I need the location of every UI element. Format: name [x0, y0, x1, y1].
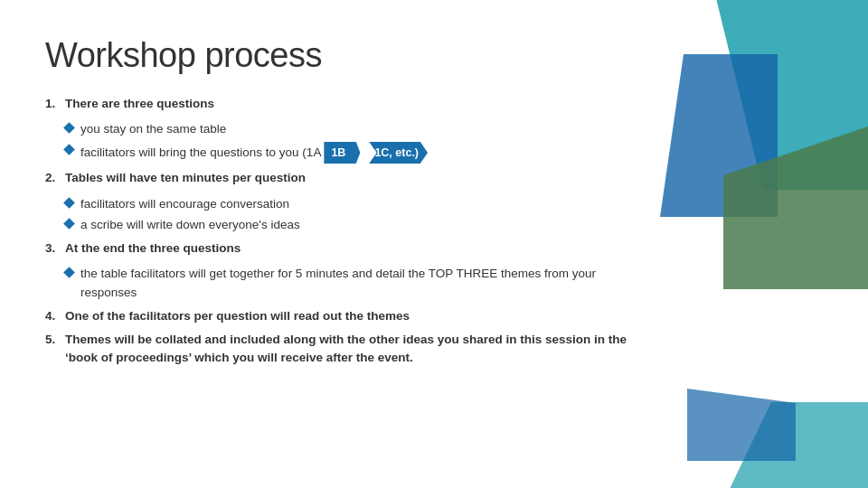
deco-green-shape	[723, 127, 868, 289]
item-2-num: 2.	[45, 169, 65, 187]
subitem-1-2: facilitators will bring the questions to…	[65, 142, 642, 164]
diamond-icon	[63, 144, 75, 155]
deco-bottom-blue	[687, 389, 796, 461]
item-1-subitems: you stay on the same table facilitators …	[65, 120, 642, 164]
item-3-num: 3.	[45, 239, 65, 258]
item-3-label: At the end the three questions	[65, 239, 241, 258]
item-5-num: 5.	[45, 331, 65, 349]
arrow-row: facilitators will bring the questions to…	[80, 142, 428, 164]
list-item-3: 3. At the end the three questions	[45, 239, 642, 258]
item-3-subitems: the table facilitators will get together…	[65, 265, 642, 302]
diamond-icon	[63, 197, 75, 209]
diamond-icon	[63, 218, 75, 230]
item-2-label: Tables will have ten minutes per questio…	[65, 169, 306, 187]
arrow-1c: 1C, etc.)	[363, 142, 428, 164]
item-1-label: There are three questions	[65, 95, 214, 113]
list-item-4: 4. One of the facilitators per question …	[45, 307, 642, 325]
subitem-1-2-prefix: facilitators will bring the questions to…	[80, 144, 324, 162]
deco-blue-shape	[660, 54, 778, 217]
list-item-1: 1. There are three questions	[45, 95, 642, 113]
subitem-2-1: facilitators will encourage conversation	[65, 195, 642, 213]
item-1-num: 1.	[45, 95, 65, 113]
subitem-2-2: a scribe will write down everyone's idea…	[65, 216, 642, 234]
subitem-2-2-text: a scribe will write down everyone's idea…	[80, 216, 300, 234]
slide: Workshop process 1. There are three ques…	[0, 0, 868, 488]
item-5-label: Themes will be collated and included alo…	[65, 331, 642, 368]
subitem-1-1-text: you stay on the same table	[80, 120, 226, 138]
diamond-icon	[63, 267, 75, 278]
content-area: 1. There are three questions you stay on…	[45, 95, 642, 368]
page-title: Workshop process	[45, 36, 823, 75]
arrow-1b: 1B	[324, 142, 360, 164]
subitem-3-1-text: the table facilitators will get together…	[80, 265, 642, 302]
subitem-2-1-text: facilitators will encourage conversation	[80, 195, 289, 213]
subitem-3-1: the table facilitators will get together…	[65, 265, 642, 302]
item-4-num: 4.	[45, 307, 65, 325]
item-4-label: One of the facilitators per question wil…	[65, 307, 410, 325]
list-item-5: 5. Themes will be collated and included …	[45, 331, 642, 368]
item-2-subitems: facilitators will encourage conversation…	[65, 195, 642, 235]
deco-teal-shape	[714, 0, 868, 190]
diamond-icon	[63, 122, 75, 134]
subitem-1-1: you stay on the same table	[65, 120, 642, 138]
deco-bottom-teal	[728, 402, 868, 488]
deco-bottom-right	[687, 361, 868, 488]
list-item-2: 2. Tables will have ten minutes per ques…	[45, 169, 642, 187]
